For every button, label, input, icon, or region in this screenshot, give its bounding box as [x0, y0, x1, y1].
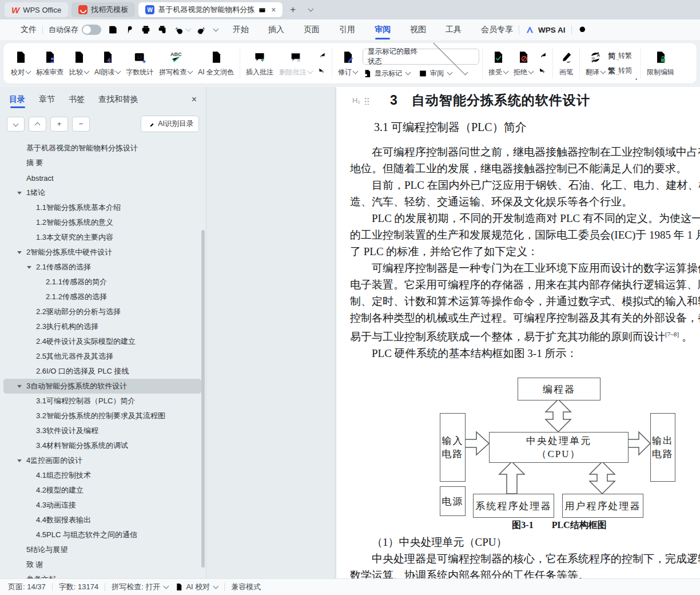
wps-ai-button[interactable]: WPS AI — [525, 25, 566, 35]
to-traditional-button[interactable]: 简 转繁 — [608, 51, 632, 61]
toc-collapse-caret-icon[interactable] — [27, 266, 31, 269]
proof-button[interactable]: 校对 — [8, 45, 33, 82]
menu-tab-工具[interactable]: 工具 — [446, 19, 462, 40]
show-markup-button[interactable]: 显示标记 — [363, 69, 410, 78]
standard-review-button[interactable]: 标准审查 — [33, 45, 66, 82]
sidebar-tab-bookmarks[interactable]: 书签 — [69, 94, 85, 108]
menu-tab-引用[interactable]: 引用 — [339, 19, 355, 40]
toc-item[interactable]: 4.3动画连接 — [3, 498, 201, 513]
menu-tab-审阅[interactable]: 审阅 — [375, 19, 391, 40]
undo-button[interactable] — [173, 24, 190, 35]
toc-item[interactable]: 2智能分拣系统中硬件设计 — [3, 245, 201, 260]
toc-item[interactable]: 2.3执行机构的选择 — [3, 319, 201, 334]
toc-item[interactable]: 3.1可编程控制器（PLC）简介 — [3, 394, 201, 408]
toc-item[interactable]: 2.1.2传感器的选择 — [3, 289, 201, 304]
toc-item[interactable]: 1.2智能分拣系统的意义 — [3, 215, 201, 230]
page-indicator[interactable]: 页面: 14/37 — [8, 582, 46, 592]
search-icon[interactable] — [578, 25, 588, 35]
toc-collapse-caret-icon[interactable] — [17, 251, 22, 254]
restrict-editing-button[interactable]: 限制编辑 — [644, 45, 677, 82]
ai-polish-button[interactable]: AI 全文润色 — [195, 45, 237, 82]
to-simplified-button[interactable]: 繁 转简 — [608, 66, 632, 76]
tab-list-chevron-icon[interactable] — [303, 3, 317, 17]
toc-item[interactable]: 1.3本文研究的主要内容 — [3, 230, 201, 245]
toc-item[interactable]: 摘 要 — [3, 156, 201, 170]
collapse-all-button[interactable] — [29, 117, 46, 132]
document-page[interactable]: H₁ 3 自动智能分拣系统的软件设计 3.1 可编程控制器（PLC）简介 在可编… — [336, 87, 700, 579]
toc-collapse-caret-icon[interactable] — [17, 459, 22, 462]
toc-item[interactable]: 1.1智能分拣系统基本介绍 — [3, 200, 201, 215]
sidebar-scrollbar[interactable] — [201, 230, 205, 568]
menu-tab-插入[interactable]: 插入 — [268, 19, 284, 40]
toc-item[interactable]: 1绪论 — [3, 185, 201, 200]
reject-button[interactable]: 拒绝 — [511, 45, 536, 82]
autosave-toggle[interactable] — [82, 25, 101, 35]
accept-button[interactable]: 接受 — [486, 45, 511, 82]
ai-recognize-toc-button[interactable]: AI识别目录 — [141, 116, 199, 132]
tab-docer-templates[interactable]: 找稻壳模板 — [71, 2, 135, 17]
toc-item[interactable]: 3自动智能分拣系统的软件设计 — [3, 379, 201, 394]
tab-wps-home[interactable]: W WPS Office — [5, 2, 68, 17]
toc-item[interactable]: 4.2模型的建立 — [3, 483, 201, 498]
toc-item[interactable]: 3.2智能分拣系统的控制要求及其流程图 — [3, 408, 201, 423]
track-changes-button[interactable]: 修订 — [335, 45, 360, 82]
print-icon[interactable] — [140, 24, 152, 35]
menu-tab-页面[interactable]: 页面 — [304, 19, 320, 40]
sidebar-tab-contents[interactable]: 目录 — [9, 94, 25, 108]
toc-item[interactable]: 4监控画面的设计 — [3, 453, 201, 468]
zoom-out-outline-button[interactable]: − — [72, 117, 90, 132]
toc-item[interactable]: 2.4硬件设计及实际模型的建立 — [3, 334, 201, 349]
compare-button[interactable]: 比较 — [66, 45, 92, 82]
file-menu-button[interactable]: 文件 — [8, 25, 37, 35]
word-count-button[interactable]: 字数统计 — [123, 45, 156, 82]
ink-brush-button[interactable]: 画笔 — [556, 45, 576, 82]
toc-item[interactable]: 致 谢 — [3, 557, 201, 572]
previous-revision-icon[interactable] — [537, 50, 548, 61]
toc-item[interactable]: 2.6I/O 口的选择及 PLC 接线 — [3, 364, 201, 379]
new-tab-button[interactable]: + — [286, 3, 300, 17]
save-icon[interactable] — [107, 24, 118, 35]
toc-item[interactable]: 3.3软件设计及编程 — [3, 423, 201, 438]
tab-split-view-icon[interactable] — [258, 6, 267, 14]
markup-state-select[interactable]: 显示标记的最终状态 — [363, 49, 479, 65]
sidebar-close-icon[interactable]: × — [192, 94, 197, 108]
toc-collapse-caret-icon[interactable] — [17, 385, 22, 388]
menu-tab-开始[interactable]: 开始 — [233, 19, 249, 40]
toc-item[interactable]: 2.1传感器的选择 — [3, 260, 201, 275]
toc-item[interactable]: 4.1组态控制技术 — [3, 468, 201, 483]
sidebar-tab-sections[interactable]: 章节 — [39, 94, 55, 108]
document-canvas: H₁ 3 自动智能分拣系统的软件设计 3.1 可编程控制器（PLC）简介 在可编… — [206, 87, 700, 579]
spell-check-status[interactable]: 拼写检查: 打开 — [112, 582, 168, 592]
toc-item[interactable]: Abstract — [3, 170, 201, 185]
toc-item[interactable]: 4.4数据报表输出 — [3, 513, 201, 527]
toc-item[interactable]: 基于机器视觉的智能物料分拣设计 — [3, 141, 201, 156]
ai-read-button[interactable]: AI朗读 — [92, 45, 123, 82]
zoom-in-outline-button[interactable]: + — [50, 117, 68, 132]
heading-handle[interactable]: H₁ — [352, 96, 369, 105]
spell-check-button[interactable]: 拼写检查 — [156, 45, 195, 82]
toc-item[interactable]: 5结论与展望 — [3, 542, 201, 557]
redo-icon[interactable] — [196, 24, 207, 35]
sidebar-tab-find-replace[interactable]: 查找和替换 — [98, 94, 138, 108]
toc-item[interactable]: 3.4材料智能分拣系统的调试 — [3, 438, 201, 453]
toc-collapse-caret-icon[interactable] — [17, 192, 22, 195]
toc-item[interactable]: 2.2驱动部分的分析与选择 — [3, 304, 201, 319]
toc-item[interactable]: 2.5其他元器件及其选择 — [3, 349, 201, 364]
insert-comment-button[interactable]: 插入批注 — [243, 45, 276, 82]
menu-tab-视图[interactable]: 视图 — [410, 19, 426, 40]
group-expand-icon[interactable] — [633, 75, 639, 81]
translate-button[interactable]: 翻译 — [583, 45, 608, 82]
export-pdf-icon[interactable] — [124, 24, 135, 35]
toc-item[interactable]: 2.1.1传感器的简介 — [3, 275, 201, 289]
toc-item[interactable]: 4.5PLC 与组态软件之间的通信 — [3, 527, 201, 542]
tab-close-icon[interactable]: × — [271, 5, 276, 14]
next-revision-icon[interactable] — [537, 66, 548, 76]
ai-proof-status[interactable]: AI 校对 — [174, 582, 218, 592]
print-preview-icon[interactable] — [157, 24, 168, 35]
menu-tab-会员专享[interactable]: 会员专享 — [481, 19, 513, 40]
reviewer-button[interactable]: 审阅 — [418, 69, 452, 78]
tab-document[interactable]: W 基于机器视觉的智能物料分拣 × — [138, 2, 283, 17]
more-commands-chevron-icon[interactable] — [213, 26, 219, 32]
expand-all-button[interactable] — [7, 117, 25, 132]
word-count-indicator[interactable]: 字数: 13174 — [59, 582, 98, 592]
